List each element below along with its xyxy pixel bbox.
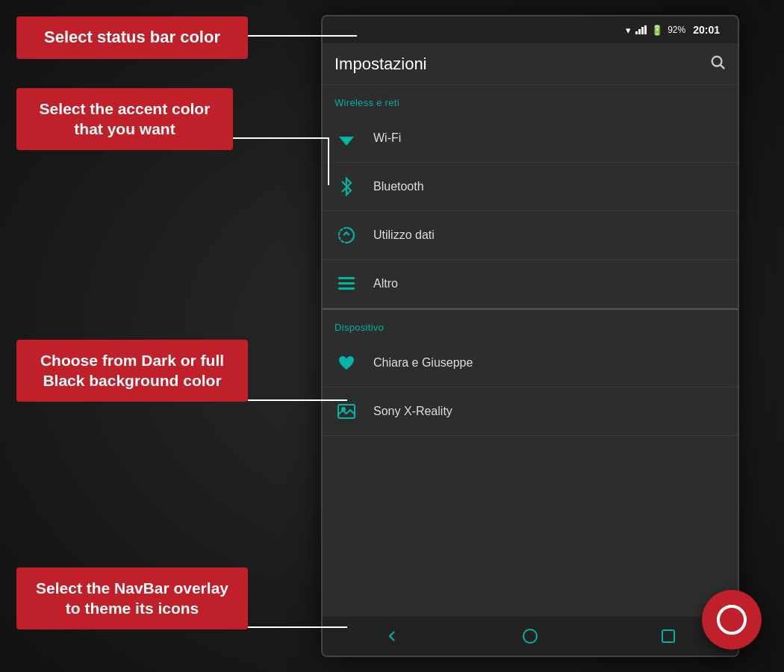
status-bar-annotation: Select status bar color xyxy=(16,16,248,59)
menu-lines-icon xyxy=(335,272,358,296)
altro-label: Altro xyxy=(373,277,398,290)
bluetooth-icon xyxy=(335,175,358,199)
battery-percentage: 92% xyxy=(668,25,685,35)
phone-frame: ▾ 🔋 92% 20:01 Impostazioni xyxy=(321,15,739,657)
signal-bars-icon xyxy=(635,25,647,34)
device-section-header: Dispositivo xyxy=(323,310,738,339)
app-bar: Impostazioni xyxy=(323,43,738,85)
svg-rect-7 xyxy=(338,282,355,284)
home-button[interactable] xyxy=(515,621,545,651)
signal-bar-4 xyxy=(644,25,647,34)
search-button[interactable] xyxy=(709,54,726,75)
data-usage-item[interactable]: Utilizzo dati xyxy=(323,211,738,260)
fab-inner-circle xyxy=(717,605,747,635)
svg-line-4 xyxy=(721,65,724,69)
svg-point-3 xyxy=(712,56,722,66)
settings-list: Wireless e reti Wi-Fi xyxy=(323,85,738,436)
sony-item[interactable]: Sony X-Reality xyxy=(323,388,738,436)
wifi-status-icon: ▾ xyxy=(626,25,631,36)
app-title: Impostazioni xyxy=(335,55,427,74)
battery-icon: 🔋 xyxy=(651,25,663,36)
svg-rect-12 xyxy=(662,630,674,642)
wireless-section-header: Wireless e reti xyxy=(323,85,738,114)
back-button[interactable] xyxy=(377,621,407,651)
fab-button[interactable] xyxy=(702,590,762,650)
sony-label: Sony X-Reality xyxy=(373,405,452,418)
svg-marker-5 xyxy=(339,137,354,146)
heart-icon xyxy=(335,351,358,375)
svg-rect-6 xyxy=(338,277,355,279)
chiara-giuseppe-item[interactable]: Chiara e Giuseppe xyxy=(323,339,738,388)
navbar-annotation: Select the NavBar overlay to theme its i… xyxy=(16,567,248,629)
status-icons: ▾ 🔋 92% 20:01 xyxy=(617,16,729,43)
svg-rect-8 xyxy=(338,287,355,290)
svg-point-11 xyxy=(523,629,537,643)
wifi-label: Wi-Fi xyxy=(373,131,401,145)
chiara-giuseppe-label: Chiara e Giuseppe xyxy=(373,356,473,370)
altro-item[interactable]: Altro xyxy=(323,260,738,308)
background-annotation: Choose from Dark or full Black backgroun… xyxy=(16,340,248,402)
signal-bar-3 xyxy=(641,27,644,34)
clock: 20:01 xyxy=(693,24,720,36)
nav-bar xyxy=(323,617,738,656)
wifi-item[interactable]: Wi-Fi xyxy=(323,114,738,163)
settings-content: Wireless e reti Wi-Fi xyxy=(323,85,738,656)
status-bar: ▾ 🔋 92% 20:01 xyxy=(323,16,738,43)
accent-color-annotation: Select the accent color that you want xyxy=(16,88,233,150)
image-icon xyxy=(335,399,358,423)
bluetooth-item[interactable]: Bluetooth xyxy=(323,163,738,211)
data-usage-icon xyxy=(335,223,358,247)
data-usage-label: Utilizzo dati xyxy=(373,228,435,242)
wifi-icon xyxy=(335,126,358,150)
signal-bar-2 xyxy=(638,29,641,34)
recent-button[interactable] xyxy=(653,621,683,651)
signal-bar-1 xyxy=(635,31,638,34)
bluetooth-label: Bluetooth xyxy=(373,180,424,193)
